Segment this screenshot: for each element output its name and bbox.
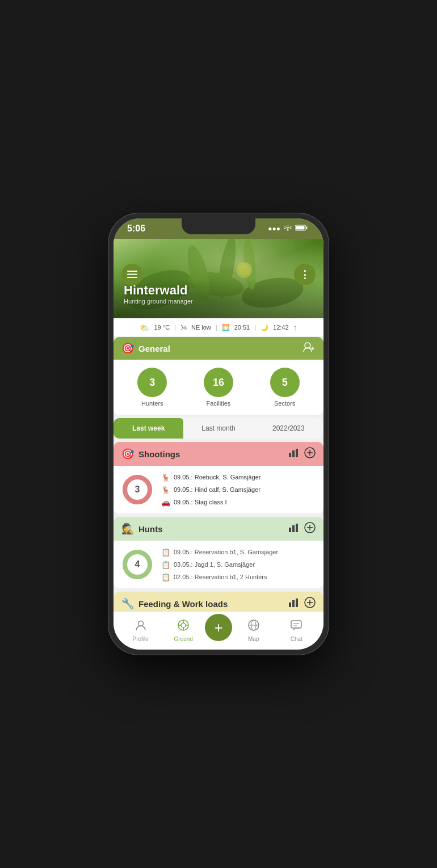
deer-icon-2: 🦌	[161, 486, 170, 494]
general-header-left: 🎯 General	[121, 342, 170, 355]
feeding-add-button[interactable]	[304, 597, 316, 610]
deer-icon-1: 🦌	[161, 473, 170, 482]
ground-icon	[177, 619, 190, 634]
chat-icon	[290, 619, 302, 634]
shootings-actions	[288, 447, 316, 461]
map-icon	[247, 619, 260, 634]
shootings-header: 🎯 Shootings	[114, 442, 323, 466]
car-icon: 🚗	[161, 498, 170, 507]
hero-image: ⋮ Hinterwald Hunting ground manager	[114, 239, 323, 318]
svg-point-41	[138, 621, 143, 626]
tab-last-week-label: Last week	[132, 424, 165, 432]
phone-frame: 5:06 ●●●	[108, 213, 329, 655]
hunts-card: 🕵️ Hunts	[114, 517, 323, 588]
hunts-icon: 🕵️	[121, 523, 134, 535]
shootings-title: Shootings	[138, 449, 180, 459]
sectors-stat: 5 Sectors	[270, 368, 300, 407]
nav-ground-label: Ground	[174, 636, 193, 642]
shooting-item-1: 🦌 09.05.: Roebuck, S. Gamsjäger	[161, 473, 317, 482]
temperature: 19 °C	[154, 324, 170, 331]
sep2: |	[216, 324, 217, 331]
nav-chat-label: Chat	[291, 636, 302, 642]
svg-rect-13	[127, 277, 137, 278]
weather-bar: ⛅ 19 °C | 🌬 NE low | 🌅 20:51 | 🌙 12:42 ↑	[114, 318, 323, 337]
shootings-header-left: 🎯 Shootings	[121, 448, 180, 460]
nav-profile-label: Profile	[133, 636, 149, 642]
svg-rect-26	[292, 525, 295, 532]
tab-season-label: 2022/2023	[272, 424, 305, 432]
hunt-list-icon-3: 📋	[161, 573, 170, 582]
hunt-list-icon-1: 📋	[161, 548, 170, 557]
svg-rect-25	[289, 528, 291, 532]
hunts-header-left: 🕵️ Hunts	[121, 523, 163, 535]
wind-info: NE low	[191, 324, 211, 331]
svg-rect-33	[289, 602, 291, 607]
hunt-list-icon-2: 📋	[161, 561, 170, 569]
svg-rect-18	[292, 450, 295, 457]
weather-condition-icon: ⛅	[140, 323, 149, 332]
more-button[interactable]: ⋮	[294, 264, 316, 285]
shootings-chart-button[interactable]	[288, 448, 299, 460]
sep3: |	[254, 324, 256, 331]
hunt-item-3: 📋 02.05.: Reservation b1, 2 Hunters	[161, 573, 317, 582]
nav-add-button[interactable]: +	[205, 614, 232, 641]
sep1: |	[174, 324, 176, 331]
hunts-donut: 4	[120, 547, 154, 582]
shootings-card: 🎯 Shootings	[114, 442, 323, 513]
plus-icon: +	[214, 620, 222, 635]
nav-chat[interactable]: Chat	[275, 619, 318, 642]
status-icons: ●●●	[268, 225, 308, 233]
hamburger-icon	[127, 271, 137, 279]
hunts-body: 4 📋 09.05.: Reservation b1, S. Gamsjäger…	[114, 541, 323, 588]
tab-last-month[interactable]: Last month	[183, 418, 253, 439]
hunts-chart-button[interactable]	[288, 523, 299, 534]
nav-ground[interactable]: Ground	[162, 619, 205, 642]
battery-icon	[295, 225, 308, 233]
main-content: 🎯 General 3	[114, 337, 323, 616]
arrow-up-icon: ↑	[293, 323, 297, 332]
hunts-add-button[interactable]	[304, 522, 316, 536]
add-user-button[interactable]	[303, 342, 316, 355]
nav-map[interactable]: Map	[232, 619, 275, 642]
hunt-text-1: 09.05.: Reservation b1, S. Gamsjäger	[174, 549, 278, 555]
hero-title-block: Hinterwald Hunting ground manager	[124, 283, 193, 305]
svg-rect-12	[127, 273, 137, 275]
hunts-header: 🕵️ Hunts	[114, 517, 323, 541]
facilities-label: Facilities	[207, 400, 231, 407]
svg-rect-19	[296, 449, 298, 457]
svg-rect-34	[292, 600, 295, 607]
shootings-add-button[interactable]	[304, 447, 316, 461]
tab-season[interactable]: 2022/2023	[254, 418, 323, 439]
svg-rect-11	[127, 271, 137, 272]
svg-rect-17	[289, 453, 291, 457]
svg-point-43	[181, 623, 186, 627]
general-header: 🎯 General	[114, 337, 323, 360]
svg-rect-51	[291, 621, 301, 628]
ellipsis-icon: ⋮	[300, 269, 310, 280]
shooting-text-2: 09.05.: Hind calf, S. Gamsjäger	[174, 486, 260, 493]
status-time: 5:06	[127, 224, 145, 234]
feeding-chart-button[interactable]	[288, 598, 299, 609]
wind-icon: 🌬	[180, 324, 187, 331]
menu-button[interactable]	[121, 264, 143, 285]
wifi-icon	[284, 225, 292, 233]
stats-row: 3 Hunters 16 Facilities 5 S	[114, 360, 323, 415]
location-title: Hinterwald	[124, 283, 193, 298]
hunters-label: Hunters	[141, 400, 163, 407]
tab-last-week[interactable]: Last week	[114, 418, 183, 439]
hunts-title: Hunts	[138, 524, 163, 534]
shootings-body: 3 🦌 09.05.: Roebuck, S. Gamsjäger 🦌 09.0…	[114, 466, 323, 513]
general-icon: 🎯	[121, 342, 134, 355]
shooting-list: 🦌 09.05.: Roebuck, S. Gamsjäger 🦌 09.05.…	[161, 473, 317, 507]
profile-icon	[135, 619, 147, 634]
bottom-nav: Profile Ground +	[114, 611, 323, 650]
tab-last-month-label: Last month	[201, 424, 235, 432]
tabs-card: Last week Last month 2022/2023	[114, 418, 323, 439]
general-title: General	[138, 344, 170, 353]
hunt-text-2: 03.05.: Jagd 1, S. Gamsjäger	[174, 561, 255, 568]
shootings-donut: 3	[120, 473, 154, 507]
hunt-item-2: 📋 03.05.: Jagd 1, S. Gamsjäger	[161, 561, 317, 569]
nav-profile[interactable]: Profile	[119, 619, 162, 642]
hunt-item-1: 📋 09.05.: Reservation b1, S. Gamsjäger	[161, 548, 317, 557]
hunts-actions	[288, 522, 316, 536]
